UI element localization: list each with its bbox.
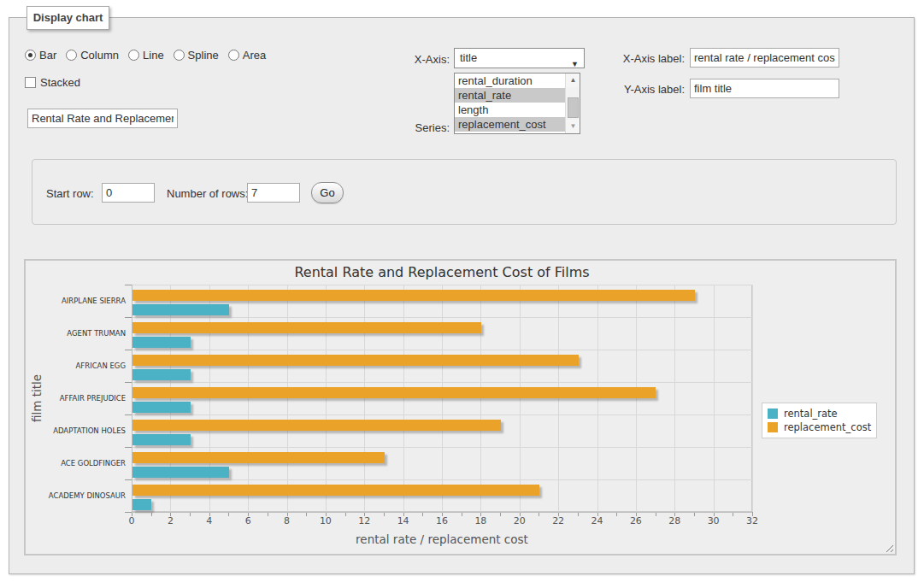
category-label: AFFAIR PREJUDICE (34, 394, 126, 403)
radio-label: Line (143, 49, 164, 62)
start-row-label: Start row: (46, 187, 94, 200)
y-axis-field-label: Y-Axis label: (612, 83, 685, 96)
gridline (209, 285, 210, 512)
gridline (442, 285, 443, 512)
gridline (636, 285, 637, 512)
bar-rental_rate (132, 434, 191, 445)
radio-icon[interactable] (128, 50, 139, 61)
x-tick-label: 0 (119, 515, 144, 526)
bar-replacement_cost (132, 452, 385, 463)
x-axis-title: rental rate / replacement cost (132, 532, 752, 546)
series-option-length[interactable]: length (455, 103, 565, 117)
x-tick-label: 28 (662, 515, 687, 526)
x-tick-label: 18 (468, 515, 493, 526)
listbox-scrollbar[interactable]: ▲ ▼ (565, 73, 580, 133)
gridline (132, 447, 752, 448)
gridline (674, 285, 675, 512)
chart-type-radio-line[interactable]: Line (128, 49, 164, 62)
legend-swatch (768, 422, 778, 432)
start-row-input[interactable] (102, 183, 155, 203)
x-axis-field-label: X-Axis label: (612, 52, 685, 65)
gridline (132, 414, 752, 415)
y-axis-label-input[interactable] (690, 79, 839, 98)
panel-title: Display chart (26, 6, 109, 30)
go-button[interactable]: Go (311, 182, 344, 203)
bar-rental_rate (132, 337, 191, 348)
category-label: AFRICAN EGG (34, 362, 126, 370)
gridline (714, 285, 715, 512)
page: Display chart BarColumnLineSplineArea St… (0, 0, 924, 582)
x-tick-label: 24 (585, 515, 610, 526)
x-axis-select[interactable]: title ▼ (454, 48, 585, 68)
x-tick-label: 20 (507, 515, 533, 526)
bar-rental_rate (132, 402, 191, 413)
num-rows-label: Number of rows: (167, 187, 248, 200)
scroll-up-icon[interactable]: ▲ (566, 73, 580, 87)
chart-type-radio-spline[interactable]: Spline (174, 49, 219, 62)
chart-type-radio-bar[interactable]: Bar (25, 49, 56, 62)
gridline (364, 285, 365, 512)
category-label: ACE GOLDFINGER (34, 459, 126, 467)
legend-label: rental_rate (784, 408, 838, 420)
gridline (132, 285, 752, 285)
radio-icon[interactable] (66, 50, 77, 61)
gridline (326, 285, 327, 512)
y-tick-mark (125, 512, 132, 513)
gridline (752, 285, 753, 512)
y-tick-mark (125, 317, 132, 318)
gridline (132, 382, 752, 383)
x-tick-label: 22 (545, 515, 571, 526)
chart-legend: rental_ratereplacement_cost (762, 403, 877, 438)
chart-container: 02468101214161820222426283032AIRPLANE SI… (24, 259, 897, 556)
bar-replacement_cost (132, 420, 501, 431)
series-listbox[interactable]: rental_durationrental_ratelengthreplacem… (454, 73, 580, 134)
scrollbar-thumb[interactable] (568, 97, 579, 118)
category-label: AGENT TRUMAN (34, 329, 126, 338)
chevron-down-icon: ▼ (571, 55, 579, 73)
chart-title-input[interactable] (27, 109, 178, 128)
y-tick-mark (125, 382, 132, 383)
stacked-label: Stacked (40, 76, 80, 89)
y-axis-title: film title (30, 330, 44, 467)
radio-icon[interactable] (174, 50, 185, 61)
gridline (597, 285, 598, 512)
bar-replacement_cost (132, 387, 656, 398)
radio-icon[interactable] (25, 50, 36, 61)
series-option-rental_rate[interactable]: rental_rate (455, 88, 565, 103)
bar-rental_rate (132, 467, 229, 478)
radio-label: Bar (39, 49, 56, 62)
bar-rental_rate (132, 499, 151, 510)
x-axis-label-input[interactable] (690, 48, 839, 68)
series-label: Series: (394, 121, 450, 134)
num-rows-input[interactable] (247, 183, 300, 203)
radio-label: Area (243, 49, 266, 62)
chart-type-radio-column[interactable]: Column (66, 49, 119, 62)
x-tick-label: 30 (701, 515, 727, 526)
y-tick-mark (125, 447, 132, 448)
bar-rental_rate (132, 304, 229, 315)
x-axis-select-value: title (460, 51, 477, 64)
x-tick-label: 4 (197, 515, 222, 526)
category-label: AIRPLANE SIERRA (34, 297, 126, 305)
chart-type-radio-area[interactable]: Area (228, 49, 266, 62)
x-tick-label: 10 (313, 515, 338, 526)
series-option-replacement_cost[interactable]: replacement_cost (455, 117, 565, 132)
legend-item: replacement_cost (768, 420, 871, 434)
x-tick-label: 32 (739, 515, 765, 526)
stacked-checkbox[interactable] (25, 77, 36, 88)
radio-label: Column (80, 49, 119, 62)
x-tick-label: 2 (157, 515, 183, 526)
legend-swatch (768, 409, 778, 419)
scroll-down-icon[interactable]: ▼ (566, 120, 580, 133)
category-label: ADAPTATION HOLES (34, 426, 126, 435)
resize-handle-icon[interactable] (884, 543, 893, 552)
rows-controls-box: Start row: Number of rows: Go (32, 159, 897, 225)
bar-replacement_cost (132, 355, 579, 366)
gridline (248, 285, 249, 512)
stacked-checkbox-row: Stacked (25, 76, 80, 89)
series-option-rental_duration[interactable]: rental_duration (455, 73, 565, 88)
bar-replacement_cost (132, 290, 695, 301)
radio-icon[interactable] (228, 50, 239, 61)
gridline (480, 285, 481, 512)
category-label: ACADEMY DINOSAUR (34, 491, 126, 500)
